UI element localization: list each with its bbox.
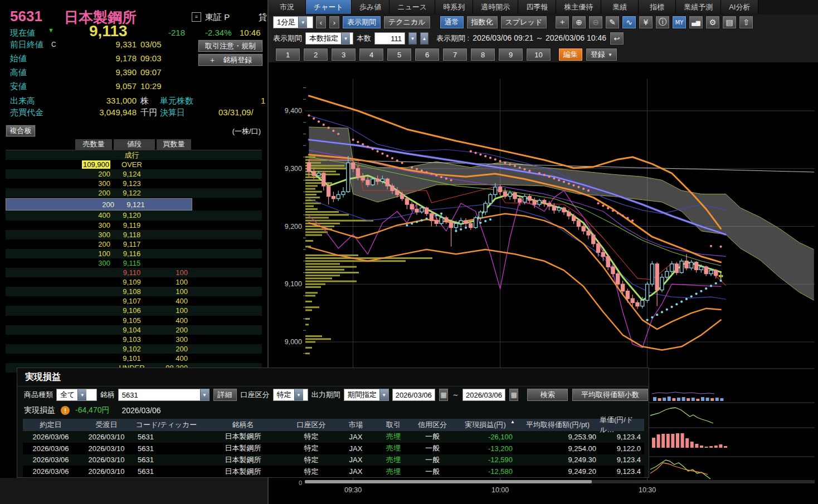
pnl-table-row[interactable]: 2026/03/062026/03/105631日本製鋼所特定JAX売埋一般-1… (23, 443, 644, 454)
composite-board-button[interactable]: 複合板 (6, 125, 36, 137)
calendar-icon[interactable]: ▦ (439, 388, 449, 402)
yen-icon[interactable]: ¥ (639, 16, 653, 29)
pnl-col-8[interactable]: 実現損益(円)▲ (455, 419, 516, 431)
mountain-chart-icon[interactable]: ▄▆ (689, 16, 703, 29)
chart-page-9[interactable]: 9 (498, 48, 523, 61)
order-book-row[interactable]: 2009,117 (6, 239, 262, 249)
pnl-table-row[interactable]: 2026/03/062026/03/105631日本製鋼所特定JAX売埋一般-1… (23, 454, 644, 466)
pnl-col-0[interactable]: 約定日 (23, 419, 79, 431)
timeframe-select[interactable]: 1分足▼ (273, 16, 313, 28)
tab-4[interactable]: 時系列 (435, 0, 473, 14)
register-button[interactable]: 登録 ▼ (586, 48, 617, 61)
tab-7[interactable]: 株主優待 (556, 0, 601, 14)
output-period-select[interactable]: 期間指定▼ (344, 389, 389, 401)
indexed-mode-button[interactable]: 指数化 (466, 16, 498, 29)
order-book-row[interactable]: 9,104200 (6, 325, 262, 335)
order-book-row[interactable]: 3009,119 (6, 221, 262, 230)
edit-button[interactable]: 編集 (558, 48, 583, 61)
chart-page-4[interactable]: 4 (359, 48, 384, 61)
tab-3[interactable]: ニュース (389, 0, 435, 14)
prev-button[interactable]: ‹ (315, 16, 327, 29)
order-book-row[interactable]: 9,110100 (6, 268, 262, 277)
my-indicator-icon[interactable]: MY (672, 16, 686, 29)
technical-button[interactable]: テクニカル (383, 16, 431, 29)
wave-select-icon[interactable]: ∿ (622, 16, 636, 29)
tab-11[interactable]: AI分析 (721, 0, 758, 14)
print-icon[interactable]: ▤ (722, 16, 737, 29)
display-period-button[interactable]: 表示期間 (342, 16, 381, 29)
period-mode-select[interactable]: 本数指定▼ (305, 32, 353, 45)
order-book-row[interactable]: 9,108100 (6, 287, 262, 296)
tab-6[interactable]: 四季報 (518, 0, 556, 14)
order-book-row[interactable]: 4009,120 (6, 211, 262, 220)
search-button[interactable]: 検索 (527, 388, 568, 402)
detail-button[interactable]: 詳細 (213, 388, 237, 402)
avg-price-decimal-button[interactable]: 平均取得価額小数 (572, 388, 649, 402)
order-book-row[interactable]: 成行 (6, 150, 262, 160)
tab-10[interactable]: 業績予測 (676, 0, 721, 14)
order-book-row[interactable]: 9,105400 (6, 316, 262, 325)
calendar-icon[interactable]: ▦ (509, 388, 519, 402)
tab-0[interactable]: 市況 (269, 0, 306, 14)
chart-page-3[interactable]: 3 (331, 48, 356, 61)
tab-1[interactable]: チャート (306, 0, 352, 14)
product-type-select[interactable]: 全て▼ (56, 389, 97, 401)
order-book-row[interactable]: 3009,123 (6, 179, 262, 188)
chart-page-8[interactable]: 8 (470, 48, 495, 61)
pnl-col-5[interactable]: 市場 (335, 419, 377, 431)
trade-caution-button[interactable]: 取引注意・規制 (198, 40, 263, 52)
chart-hscrollbar[interactable] (305, 480, 592, 483)
order-book-row[interactable]: 2009,122 (6, 188, 262, 198)
normal-mode-button[interactable]: 通常 (440, 16, 464, 29)
order-book-row[interactable]: 9,107400 (6, 296, 262, 306)
bar-count-input[interactable]: 111 (374, 32, 405, 45)
register-symbol-button[interactable]: ＋ 銘柄登録 (198, 53, 263, 66)
pnl-col-3[interactable]: 銘柄名 (198, 419, 288, 431)
pnl-table-row[interactable]: 2026/03/062026/03/105631日本製鋼所特定JAX売埋一般-2… (23, 431, 644, 443)
tab-5[interactable]: 適時開示 (473, 0, 518, 14)
pnl-col-7[interactable]: 信用区分 (410, 419, 455, 431)
chart-page-5[interactable]: 5 (387, 48, 412, 61)
draw-pencil-icon[interactable]: ✎ (605, 16, 620, 29)
count-up-spinner[interactable]: ▲ (420, 32, 429, 45)
chart-page-10[interactable]: 10 (526, 48, 551, 61)
order-book-row[interactable]: 9,103300 (6, 335, 262, 344)
symbol-select[interactable]: 5631▼ (118, 389, 210, 401)
order-book-row[interactable]: 9,106100 (6, 306, 262, 315)
pnl-col-6[interactable]: 取引 (377, 419, 410, 431)
info-icon[interactable]: ⓘ (655, 16, 670, 29)
chart-page-2[interactable]: 2 (303, 48, 328, 61)
tab-8[interactable]: 業績 (601, 0, 639, 14)
pnl-col-1[interactable]: 受渡日 (79, 419, 134, 431)
tab-2[interactable]: 歩み値 (352, 0, 389, 14)
export-icon[interactable]: ⇧ (739, 16, 753, 29)
date-from-input[interactable]: 2026/03/06 (392, 389, 435, 401)
list-icon[interactable]: ≡ (192, 12, 201, 22)
chart-page-1[interactable]: 1 (275, 48, 300, 61)
crosshair-icon[interactable]: ＋ (555, 16, 569, 29)
order-book-row[interactable]: 3009,118 (6, 230, 262, 239)
spread-mode-button[interactable]: スプレッド (500, 16, 548, 29)
count-down-spinner[interactable]: ▼ (408, 32, 417, 45)
reset-period-icon[interactable]: ↩ (610, 32, 624, 45)
date-to-input[interactable]: 2026/03/06 (462, 389, 505, 401)
pnl-col-10[interactable]: 単価(円/ドル… (600, 419, 644, 431)
order-book-row[interactable]: 1009,116 (6, 249, 262, 258)
order-book-row[interactable]: 9,109100 (6, 277, 262, 287)
chart-page-7[interactable]: 7 (442, 48, 468, 61)
order-book-row[interactable]: 9,102200 (6, 344, 262, 354)
order-book-row[interactable]: 9,101400 (6, 354, 262, 363)
pnl-table-row[interactable]: 2026/03/062026/03/105631日本製鋼所特定JAX売埋一般-1… (23, 466, 644, 477)
pnl-col-9[interactable]: 平均取得価額(円/pt) (516, 419, 600, 431)
order-book-row[interactable]: 2009,124 (6, 169, 262, 179)
order-book-row[interactable]: 3009,115 (6, 258, 262, 268)
zoom-in-icon[interactable]: ⊕ (572, 16, 586, 29)
chart-page-6[interactable]: 6 (415, 48, 440, 61)
wrench-icon[interactable]: ⚙ (705, 16, 720, 29)
pnl-col-4[interactable]: 口座区分 (288, 419, 335, 431)
zoom-out-icon[interactable]: ⊖ (588, 16, 603, 29)
order-book-row[interactable]: 2009,121 (6, 198, 192, 211)
next-button[interactable]: › (329, 16, 340, 29)
order-book-row[interactable]: 109,900OVER (6, 160, 262, 169)
pnl-col-2[interactable]: コード/ティッカー (134, 419, 198, 431)
